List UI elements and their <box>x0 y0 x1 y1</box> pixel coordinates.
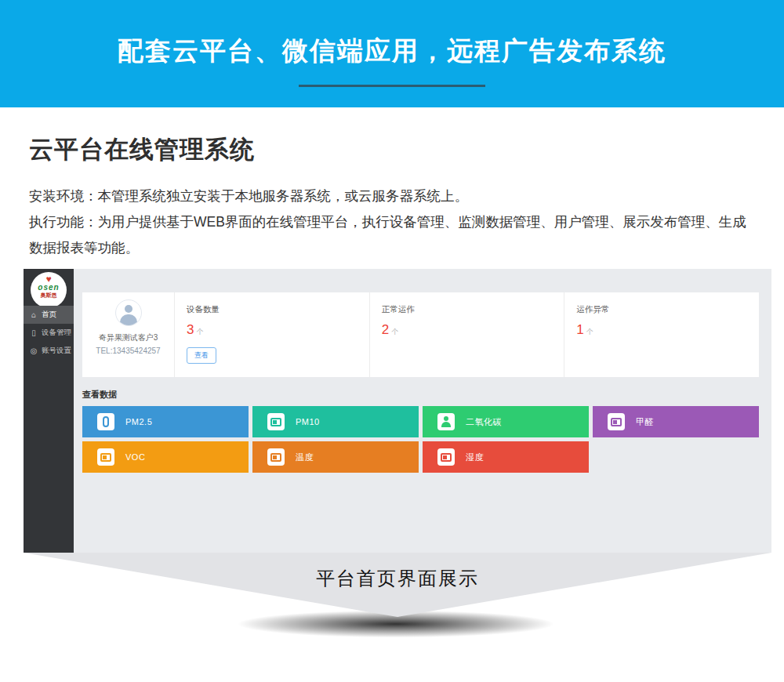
device-icon: ▯ <box>29 328 38 337</box>
stat-value: 3个 <box>187 322 369 338</box>
tile-label: 湿度 <box>466 452 484 463</box>
sidebar-item-account[interactable]: ◎ 账号设置 <box>24 342 74 360</box>
pm25-sensor-icon <box>97 413 114 430</box>
sidebar-item-label: 首页 <box>42 310 56 320</box>
tile-label: 温度 <box>296 452 314 463</box>
temperature-sensor-icon <box>267 448 285 466</box>
tile-label: PM2.5 <box>125 417 152 426</box>
stat-value: 2个 <box>382 322 564 338</box>
pointer-triangle: 平台首页界面展示 <box>24 553 771 617</box>
user-phone: TEL:13435424257 <box>82 346 174 355</box>
banner-underline <box>299 85 485 87</box>
tile-label: 甲醛 <box>636 416 654 428</box>
co2-sensor-icon <box>437 413 455 430</box>
sidebar-item-label: 账号设置 <box>42 346 71 356</box>
section-title: 云平台在线管理系统 <box>29 133 255 166</box>
brand-logo: ♥ osen 奥斯恩 <box>31 272 67 308</box>
sidebar-item-label: 设备管理 <box>42 328 71 338</box>
stat-device-count: 设备数量 3个 查看 <box>174 292 369 377</box>
logo-brand-text: osen <box>31 284 67 292</box>
tile-pm25[interactable]: PM2.5 <box>82 406 249 437</box>
avatar-body <box>120 314 137 326</box>
tile-pm10[interactable]: PM10 <box>252 406 419 437</box>
logo-sub-text: 奥斯恩 <box>31 292 67 298</box>
tile-label: 二氧化碳 <box>466 416 502 428</box>
settings-icon: ◎ <box>29 346 38 355</box>
user-panel: 奇异果测试客户3 TEL:13435424257 <box>82 292 174 377</box>
description-line-install: 安装环境：本管理系统独立安装于本地服务器系统，或云服务器系统上。 <box>29 183 754 209</box>
description-line-function: 执行功能：为用户提供基于WEB界面的在线管理平台，执行设备管理、监测数据管理、用… <box>29 209 754 261</box>
stat-unit: 个 <box>586 328 593 336</box>
screenshot-caption: 平台首页界面展示 <box>24 566 771 591</box>
view-button[interactable]: 查看 <box>187 347 216 364</box>
tile-formaldehyde[interactable]: 甲醛 <box>593 406 759 437</box>
stat-number: 3 <box>187 322 194 337</box>
formaldehyde-sensor-icon <box>608 413 625 430</box>
dashboard-screenshot: ♥ osen 奥斯恩 ⌂ 首页 ▯ 设备管理 ◎ 账号设置 <box>24 269 771 553</box>
tile-co2[interactable]: 二氧化碳 <box>423 406 589 437</box>
home-icon: ⌂ <box>29 310 38 319</box>
pm10-sensor-icon <box>267 413 285 430</box>
stat-abnormal-count: 运作异常 1个 <box>564 292 759 377</box>
sidebar-item-home[interactable]: ⌂ 首页 <box>24 306 74 324</box>
stat-number: 2 <box>382 322 389 337</box>
voc-sensor-icon <box>97 448 114 466</box>
summary-card: 奇异果测试客户3 TEL:13435424257 设备数量 3个 查看 正常运作… <box>82 292 759 377</box>
stat-number: 1 <box>576 322 583 337</box>
top-banner: 配套云平台、微信端应用，远程广告发布系统 <box>0 0 784 107</box>
stat-normal-count: 正常运作 2个 <box>369 292 564 377</box>
stat-label: 正常运作 <box>382 304 564 315</box>
stat-unit: 个 <box>391 328 398 336</box>
banner-title: 配套云平台、微信端应用，远程广告发布系统 <box>0 0 784 67</box>
dashboard-main: 奇异果测试客户3 TEL:13435424257 设备数量 3个 查看 正常运作… <box>74 269 771 553</box>
stat-unit: 个 <box>196 328 203 336</box>
tile-humidity[interactable]: 湿度 <box>423 441 589 473</box>
user-name: 奇异果测试客户3 <box>82 332 174 343</box>
user-avatar-icon <box>115 299 142 326</box>
tile-voc[interactable]: VOC <box>82 441 249 473</box>
sidebar: ♥ osen 奥斯恩 ⌂ 首页 ▯ 设备管理 ◎ 账号设置 <box>24 269 74 553</box>
section-description: 安装环境：本管理系统独立安装于本地服务器系统，或云服务器系统上。 执行功能：为用… <box>29 183 754 261</box>
humidity-sensor-icon <box>437 448 455 466</box>
data-panel-title: 查看数据 <box>82 389 117 401</box>
stat-value: 1个 <box>576 322 759 338</box>
tile-label: VOC <box>125 452 145 462</box>
stat-label: 设备数量 <box>187 304 369 315</box>
page: 配套云平台、微信端应用，远程广告发布系统 云平台在线管理系统 安装环境：本管理系… <box>0 0 784 682</box>
sidebar-menu: ⌂ 首页 ▯ 设备管理 ◎ 账号设置 <box>24 306 74 360</box>
stat-label: 运作异常 <box>576 304 759 315</box>
sidebar-item-devices[interactable]: ▯ 设备管理 <box>24 324 74 342</box>
avatar-head <box>125 305 132 313</box>
data-tiles: PM2.5 PM10 二氧化碳 甲醛 VOC <box>82 406 759 473</box>
tile-label: PM10 <box>296 417 320 426</box>
tile-temperature[interactable]: 温度 <box>252 441 419 473</box>
